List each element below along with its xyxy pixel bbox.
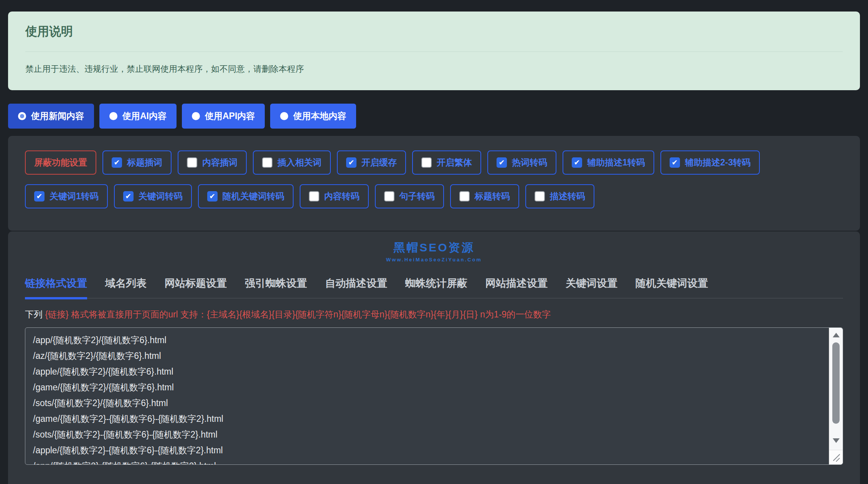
toggle-label: 标题插词 <box>127 157 162 168</box>
toggle-checkbox-button[interactable]: 内容转码 <box>300 184 369 208</box>
usage-notice-body: 禁止用于违法、违规行业，禁止联网使用本程序，如不同意，请删除本程序 <box>25 63 843 75</box>
usage-notice: 使用说明 禁止用于违法、违规行业，禁止联网使用本程序，如不同意，请删除本程序 <box>8 12 860 90</box>
radio-icon <box>18 112 26 120</box>
checkbox-icon <box>572 157 582 168</box>
checkbox-icon <box>459 191 470 202</box>
tab[interactable]: 随机关键词设置 <box>635 271 708 298</box>
brand-subtitle: Www.HeiMaoSeoZiYuan.Com <box>25 257 843 263</box>
toggle-label: 辅助描述2-3转码 <box>685 157 751 168</box>
checkbox-icon <box>123 191 134 202</box>
brand-logo: 黑帽SEO资源 Www.HeiMaoSeoZiYuan.Com <box>25 237 843 263</box>
tab[interactable]: 链接格式设置 <box>25 271 87 299</box>
toggle-checkbox-button[interactable]: 开启缓存 <box>337 150 406 175</box>
content-source-label: 使用新闻内容 <box>31 110 84 122</box>
toggle-checkbox-button[interactable]: 标题转码 <box>450 184 519 208</box>
toggle-label: 关键词转码 <box>139 190 183 202</box>
toggle-label: 插入相关词 <box>277 157 322 168</box>
content-source-radio[interactable]: 使用新闻内容 <box>8 104 94 129</box>
content-source-label: 使用API内容 <box>205 110 255 122</box>
checkbox-icon <box>346 157 356 168</box>
toggle-checkbox-button[interactable]: 关键词转码 <box>114 184 192 208</box>
format-note-prefix: 下列 <box>25 309 45 319</box>
tab-bar: 链接格式设置域名列表网站标题设置强引蜘蛛设置自动描述设置蜘蛛统计屏蔽网站描述设置… <box>25 271 843 299</box>
scrollbar[interactable] <box>829 328 843 464</box>
link-format-editor[interactable]: /app/{随机数字2}/{随机数字6}.html /az/{随机数字2}/{随… <box>25 327 843 465</box>
link-format-textarea[interactable]: /app/{随机数字2}/{随机数字6}.html /az/{随机数字2}/{随… <box>25 328 827 464</box>
toggle-label: 描述转码 <box>550 190 585 202</box>
divider <box>25 51 843 52</box>
usage-notice-title: 使用说明 <box>25 23 843 40</box>
toggle-checkbox-button[interactable]: 辅助描述2-3转码 <box>660 150 760 175</box>
toggle-label: 标题转码 <box>475 190 510 202</box>
tab[interactable]: 关键词设置 <box>566 271 617 298</box>
scroll-down-icon[interactable] <box>833 438 840 443</box>
scroll-up-icon[interactable] <box>833 333 840 337</box>
content-source-label: 使用本地内容 <box>293 110 346 122</box>
toggle-label: 开启繁体 <box>437 157 472 168</box>
block-settings-label: 屏蔽功能设置 <box>34 157 87 168</box>
content-source-radio[interactable]: 使用本地内容 <box>270 104 356 129</box>
radio-icon <box>280 112 288 120</box>
format-note: 下列 {链接} 格式将被直接用于页面的url 支持：{主域名}{根域名}{目录}… <box>25 309 843 320</box>
checkbox-icon <box>421 157 432 168</box>
page: 使用说明 禁止用于违法、违规行业，禁止联网使用本程序，如不同意，请删除本程序 使… <box>0 12 868 484</box>
toggle-label: 句子转码 <box>399 190 435 202</box>
tab[interactable]: 网站标题设置 <box>165 271 227 298</box>
checkbox-icon <box>535 191 545 202</box>
toggle-checkbox-button[interactable]: 插入相关词 <box>253 150 331 175</box>
tab[interactable]: 强引蜘蛛设置 <box>245 271 307 298</box>
toggle-label: 关键词1转码 <box>50 190 99 202</box>
checkbox-icon <box>384 191 394 202</box>
checkbox-icon <box>34 191 45 202</box>
toggle-row-2: 关键词1转码关键词转码随机关键词转码内容转码句子转码标题转码描述转码 <box>25 184 843 208</box>
toggle-checkbox-button[interactable]: 热词转码 <box>487 150 556 175</box>
toggle-label: 热词转码 <box>512 157 547 168</box>
content-source-label: 使用AI内容 <box>122 110 167 122</box>
format-note-red: {链接} 格式将被直接用于页面的url 支持：{主域名}{根域名}{目录}{随机… <box>45 309 551 319</box>
checkbox-icon <box>497 157 507 168</box>
checkbox-icon <box>112 157 122 168</box>
content-source-group: 使用新闻内容使用AI内容使用API内容使用本地内容 <box>8 104 860 129</box>
settings-panel: 黑帽SEO资源 Www.HeiMaoSeoZiYuan.Com 链接格式设置域名… <box>8 231 860 484</box>
toggle-checkbox-button[interactable]: 开启繁体 <box>412 150 481 175</box>
scrollbar-thumb[interactable] <box>832 342 840 424</box>
toggle-label: 开启缓存 <box>361 157 397 168</box>
checkbox-icon <box>187 157 197 168</box>
resize-handle-icon[interactable] <box>829 450 843 464</box>
toggle-checkbox-button[interactable]: 辅助描述1转码 <box>563 150 654 175</box>
toggle-checkbox-button[interactable]: 标题插词 <box>102 150 172 175</box>
block-settings-button[interactable]: 屏蔽功能设置 <box>25 150 96 175</box>
checkbox-icon <box>670 157 680 168</box>
tab[interactable]: 自动描述设置 <box>325 271 387 298</box>
feature-toggle-panel: 屏蔽功能设置 标题插词内容插词插入相关词开启缓存开启繁体热词转码辅助描述1转码辅… <box>8 136 860 231</box>
toggle-checkbox-button[interactable]: 随机关键词转码 <box>198 184 294 208</box>
radio-icon <box>192 112 200 120</box>
toggle-checkbox-button[interactable]: 描述转码 <box>525 184 594 208</box>
toggle-checkbox-button[interactable]: 内容插词 <box>178 150 247 175</box>
tab[interactable]: 域名列表 <box>105 271 147 298</box>
checkbox-icon <box>309 191 319 202</box>
content-source-radio[interactable]: 使用API内容 <box>182 104 265 129</box>
content-source-radio[interactable]: 使用AI内容 <box>99 104 177 129</box>
checkbox-icon <box>262 157 272 168</box>
toggle-label: 内容转码 <box>324 190 360 202</box>
brand-title: 黑帽SEO资源 <box>25 240 843 256</box>
radio-icon <box>109 112 117 120</box>
toggle-checkbox-button[interactable]: 句子转码 <box>375 184 444 208</box>
toggle-checkbox-button[interactable]: 关键词1转码 <box>25 184 108 208</box>
toggle-label: 随机关键词转码 <box>223 190 284 202</box>
checkbox-icon <box>207 191 218 202</box>
tab[interactable]: 蜘蛛统计屏蔽 <box>405 271 467 298</box>
tab[interactable]: 网站描述设置 <box>485 271 548 298</box>
toggle-label: 辅助描述1转码 <box>587 157 645 168</box>
toggle-row-1: 屏蔽功能设置 标题插词内容插词插入相关词开启缓存开启繁体热词转码辅助描述1转码辅… <box>25 150 843 175</box>
toggle-label: 内容插词 <box>202 157 238 168</box>
